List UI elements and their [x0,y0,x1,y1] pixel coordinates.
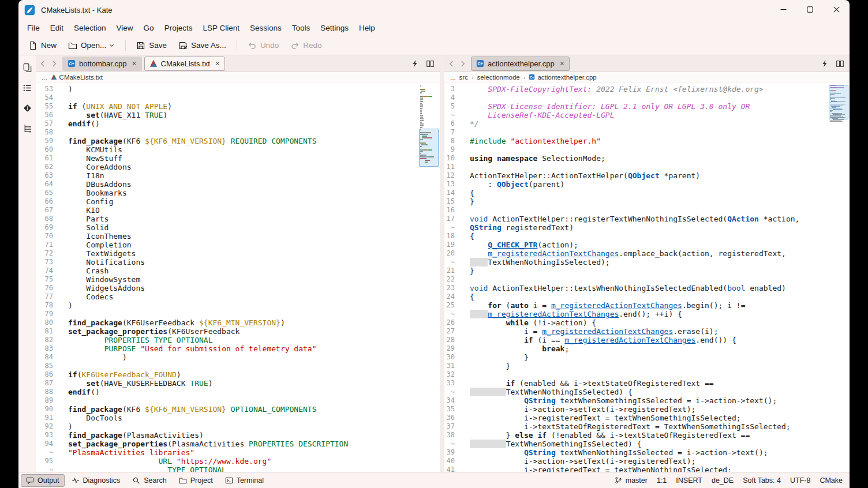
line-number: 33 [444,379,455,388]
minimap-viewport[interactable] [829,85,848,119]
pane-splitter[interactable] [440,55,444,472]
breadcrumb-overflow-button[interactable]: ... [450,74,456,81]
menu-item-projects[interactable]: Projects [159,21,198,35]
line-number: 40 [444,457,455,466]
menu-item-edit[interactable]: Edit [45,21,69,35]
title-bar[interactable]: CMakeLists.txt - Kate [18,0,850,20]
text-editor[interactable]: 53)5455if (UNIX AND NOT APPLE)56 set(HAV… [36,82,440,472]
tab-actiontexthelper-cpp[interactable]: C+actiontexthelper.cpp× [471,57,570,71]
line-number: 14 [444,189,455,197]
tab-cmakelists-txt[interactable]: CMakeLists.txt× [144,57,225,71]
diagnostics-toggle-button[interactable]: Diagnostics [66,474,126,487]
code-text: for (auto i = m_registeredActionTextChan… [455,301,745,310]
menu-item-help[interactable]: Help [354,21,380,35]
menu-item-selection[interactable]: Selection [69,21,111,35]
code-line: ↪ LicenseRef-KDE-Accepted-LGPL [444,111,850,119]
git-tool-button[interactable] [21,102,33,114]
line-number: 59 [36,137,53,145]
tab-forward-button[interactable] [49,59,59,69]
tab-mode-indicator[interactable]: Soft Tabs: 4 [743,476,781,485]
git-branch-indicator[interactable]: master [615,476,648,485]
breadcrumb: ...src›selectionmode›C+actiontexthelper.… [444,72,850,82]
tab-close-icon[interactable]: × [215,59,220,67]
code-text: Solid [53,223,108,232]
code-text: PURPOSE "Used for submission of telemetr… [53,344,317,353]
terminal-toggle-button[interactable]: Terminal [220,474,269,487]
line-number: 31 [444,362,455,370]
text-editor[interactable]: 3 SPDX-FileCopyrightText: 2022 Felix Ern… [444,82,850,472]
code-line: 26 while (!i->action) { [444,318,850,327]
code-line: 81set_package_properties(KF6UserFeedback [36,327,440,336]
tab-close-icon[interactable]: × [132,59,136,67]
code-text: Codecs [53,292,113,301]
breadcrumb-item-src[interactable]: src [459,74,468,81]
toolbar: NewOpen...SaveSave As...UndoRedo [18,36,850,55]
line-wrap-indicator: ↪ [444,111,455,119]
menu-item-lsp-client[interactable]: LSP Client [197,21,245,35]
line-wrap-indicator: ↪ [444,310,455,318]
list-tool-button[interactable] [21,81,33,94]
symbols-tool-button[interactable] [21,122,33,134]
minimap-viewport[interactable] [419,129,439,167]
menu-item-tools[interactable]: Tools [287,21,316,35]
maximize-button[interactable] [796,0,823,20]
code-line: 31 } [444,362,850,370]
breadcrumb: ...CMakeLists.txt [36,72,440,82]
dictionary-indicator[interactable]: de_DE [712,476,734,485]
menu-item-go[interactable]: Go [139,21,159,35]
minimize-button[interactable] [770,0,796,20]
input-mode-indicator[interactable]: INSERT [676,476,702,485]
menu-item-file[interactable]: File [22,21,45,35]
documents-tool-button[interactable] [21,61,33,74]
code-line: 69 Solid [36,223,440,232]
code-text: DBusAddons [53,180,132,189]
cursor-position-indicator[interactable]: 1:1 [657,476,667,485]
code-text: set_package_properties(KF6UserFeedback [53,327,240,336]
menu-item-sessions[interactable]: Sessions [245,21,287,35]
indicator-label: Soft Tabs: 4 [743,476,781,485]
menu-item-view[interactable]: View [111,21,139,35]
status-toggle-label: Output [38,476,59,485]
tab-forward-button[interactable] [458,59,467,69]
redo-button[interactable]: Redo [285,38,327,53]
save-as-button[interactable]: Save As... [173,38,231,53]
tab-bottombar-cpp[interactable]: C+bottombar.cpp× [62,57,142,71]
new-button[interactable]: New [23,38,62,53]
code-line: 16 [444,206,850,215]
line-number: 81 [36,327,53,336]
tab-back-button[interactable] [38,59,48,69]
open-button[interactable]: Open... [63,38,120,53]
close-button[interactable] [823,0,850,20]
save-button[interactable]: Save [131,38,172,53]
line-number: 57 [36,119,53,128]
tab-label: bottombar.cpp [79,59,126,68]
project-toggle-button[interactable]: Project [174,474,218,487]
bolt-icon[interactable] [408,59,422,67]
split-view-icon[interactable] [833,59,847,68]
minimap-scrollbar[interactable] [419,84,439,471]
indicator-label: master [626,476,648,485]
syntax-mode-indicator[interactable]: CMake [820,476,843,485]
output-toggle-button[interactable]: Output [21,474,65,487]
kate-app-icon [24,5,35,16]
minimap-scrollbar[interactable] [829,84,848,471]
tab-back-button[interactable] [447,59,457,69]
breadcrumb-item-actiontexthelper-cpp[interactable]: C+actiontexthelper.cpp [529,74,596,81]
undo-button[interactable]: Undo [242,38,284,53]
line-number: 88 [36,388,53,396]
code-text: i = m_registeredActionTextChanges.erase(… [455,327,719,336]
breadcrumb-overflow-button[interactable]: ... [42,74,47,81]
search-toggle-button[interactable]: Search [127,474,172,487]
split-view-icon[interactable] [423,59,437,68]
cmake-file-icon [149,59,158,67]
line-number: 29 [444,344,455,353]
breadcrumb-item-cmakelists-txt[interactable]: CMakeLists.txt [51,74,103,81]
line-number: 26 [444,318,455,327]
breadcrumb-item-selectionmode[interactable]: selectionmode [477,74,520,81]
bolt-icon[interactable] [818,59,832,67]
code-text: set(HAVE_KUSERFEEDBACK TRUE) [53,379,212,388]
menu-item-settings[interactable]: Settings [315,21,354,35]
encoding-indicator[interactable]: UTF-8 [790,476,810,485]
tab-close-icon[interactable]: × [560,59,564,67]
code-text: QString textWhenNothingIsSelected = i->a… [455,448,768,457]
